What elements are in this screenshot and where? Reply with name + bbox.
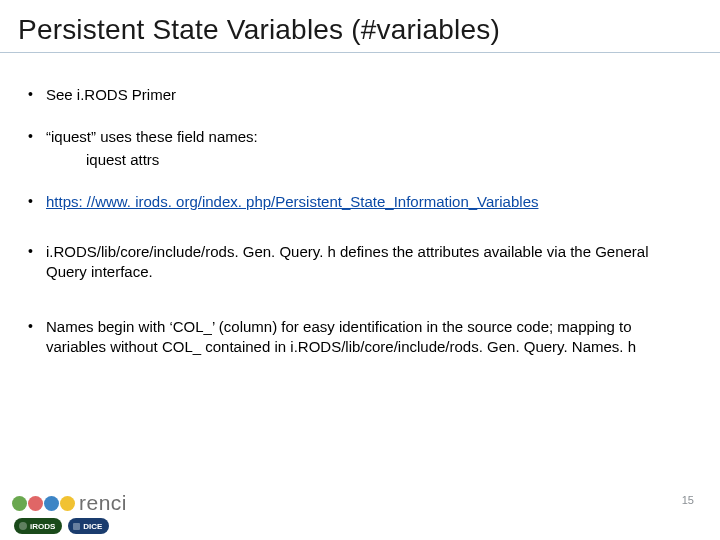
bullet-text: “iquest” uses these field names: bbox=[46, 128, 258, 145]
bullet-dot: • bbox=[28, 317, 46, 358]
badge-label: DICE bbox=[83, 522, 102, 531]
bullet-item: • See i.RODS Primer bbox=[28, 85, 680, 105]
page-number: 15 bbox=[682, 494, 694, 506]
bullet-text: i.RODS/lib/core/include/rods. Gen. Query… bbox=[46, 242, 680, 283]
bullet-dot: • bbox=[28, 127, 46, 147]
logo-dot bbox=[28, 496, 43, 511]
badge-icon bbox=[73, 523, 80, 530]
footer-logos: renci iRODS DICE bbox=[12, 491, 127, 534]
bullet-item: • “iquest” uses these field names: bbox=[28, 127, 680, 147]
badge-row: iRODS DICE bbox=[12, 518, 127, 534]
bullet-item: • https: //www. irods. org/index. php/Pe… bbox=[28, 192, 680, 212]
bullet-dot: • bbox=[28, 192, 46, 212]
badge-label: iRODS bbox=[30, 522, 55, 531]
logo-dot bbox=[12, 496, 27, 511]
dice-badge: DICE bbox=[68, 518, 109, 534]
bullet-text: Names begin with ‘COL_’ (column) for eas… bbox=[46, 317, 680, 358]
bullet-dot: • bbox=[28, 242, 46, 283]
irods-badge: iRODS bbox=[14, 518, 62, 534]
logo-dot bbox=[44, 496, 59, 511]
persistent-state-link[interactable]: https: //www. irods. org/index. php/Pers… bbox=[46, 193, 538, 210]
logo-dot bbox=[60, 496, 75, 511]
renci-logo: renci bbox=[12, 491, 127, 515]
slide-title: Persistent State Variables (#variables) bbox=[0, 0, 720, 53]
bullet-dot: • bbox=[28, 85, 46, 105]
slide-content: • See i.RODS Primer • “iquest” uses thes… bbox=[0, 53, 720, 357]
bullet-text: See i.RODS Primer bbox=[46, 85, 680, 105]
renci-wordmark: renci bbox=[79, 491, 127, 515]
badge-icon bbox=[19, 522, 27, 530]
bullet-subtext: iquest attrs bbox=[28, 150, 680, 170]
bullet-item: • Names begin with ‘COL_’ (column) for e… bbox=[28, 317, 680, 358]
bullet-item: • i.RODS/lib/core/include/rods. Gen. Que… bbox=[28, 242, 680, 283]
